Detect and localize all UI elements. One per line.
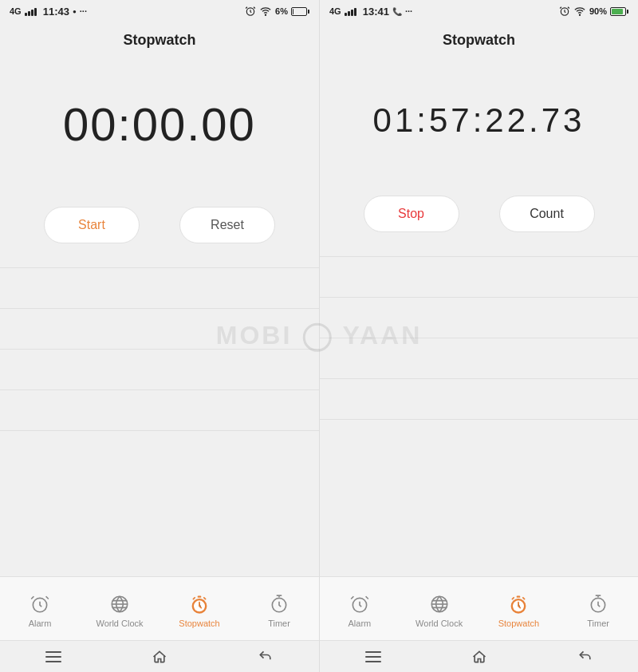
bar1r <box>345 13 347 16</box>
svg-rect-20 <box>365 656 381 658</box>
menu-button-left[interactable] <box>44 647 63 666</box>
nav-alarm-right[interactable]: Alarm <box>336 593 384 628</box>
wifi-icon-right <box>573 6 586 17</box>
title-bar-left: Stopwatch <box>0 22 319 57</box>
battery-percent-right: 90% <box>589 6 607 16</box>
nav-stopwatch-right[interactable]: Stopwatch <box>494 593 542 628</box>
bar1 <box>25 13 27 16</box>
battery-icon-right <box>610 7 628 16</box>
home-button-right[interactable] <box>470 647 489 666</box>
home-button-left[interactable] <box>150 647 169 666</box>
main-content-right: 01:57:22.73 Stop Count <box>320 57 638 576</box>
worldclock-nav-label-left: World Clock <box>96 619 143 628</box>
bar3 <box>31 10 33 16</box>
bottom-nav-right: Alarm World Clock <box>320 576 638 640</box>
alarm-nav-icon-right <box>349 593 371 615</box>
timer-nav-label-left: Timer <box>268 619 290 628</box>
reset-button[interactable]: Reset <box>179 207 275 243</box>
globe-nav-icon-left <box>108 593 131 615</box>
back-button-left[interactable] <box>256 647 275 666</box>
time-right: 13:41 <box>363 6 389 18</box>
signal-bars-left <box>25 6 37 16</box>
svg-rect-21 <box>365 661 381 662</box>
status-bar-right: 4G 13:41 📞 ··· 90% <box>320 0 638 22</box>
alarm-nav-label-right: Alarm <box>349 619 372 628</box>
timer-nav-label-right: Timer <box>587 619 609 628</box>
svg-rect-9 <box>45 656 61 658</box>
nav-timer-left[interactable]: Timer <box>255 593 303 628</box>
list-item-left-4 <box>0 390 319 430</box>
carrier-left: 4G <box>10 6 22 16</box>
nav-timer-right[interactable]: Timer <box>574 593 622 628</box>
bar2 <box>28 11 30 16</box>
battery-tip-right <box>627 10 628 14</box>
worldclock-nav-label-right: World Clock <box>415 619 463 628</box>
bar4 <box>34 8 37 16</box>
timer-nav-icon-right <box>587 593 609 615</box>
time-left: 11:43 <box>43 6 69 18</box>
status-right-right: 90% <box>559 6 628 17</box>
svg-rect-8 <box>45 651 61 653</box>
bar4r <box>354 8 356 16</box>
svg-rect-6 <box>198 595 202 597</box>
title-bar-right: Stopwatch <box>320 22 638 57</box>
nav-stopwatch-left[interactable]: Stopwatch <box>175 593 223 628</box>
signal-bars-right <box>345 6 356 16</box>
nav-alarm-left[interactable]: Alarm <box>16 593 64 628</box>
start-button[interactable]: Start <box>44 207 140 243</box>
list-item-left-2 <box>0 309 319 349</box>
more-left: ··· <box>80 6 87 16</box>
stopwatch-nav-label-right: Stopwatch <box>498 619 539 628</box>
battery-percent-left: 6% <box>275 6 288 16</box>
stopwatch-nav-icon-right <box>507 593 530 615</box>
phone-icon-right: 📞 <box>392 7 402 16</box>
main-content-left: 00:00.00 Start Reset <box>0 57 319 576</box>
panel-left: 4G 11:43 ● ··· <box>0 0 319 672</box>
list-item-left-1 <box>0 268 319 308</box>
timer-nav-icon-left <box>268 593 290 615</box>
back-button-right[interactable] <box>576 647 595 666</box>
alarm-nav-icon-left <box>29 593 51 615</box>
svg-point-12 <box>579 14 580 15</box>
divider-right-5 <box>320 419 638 420</box>
nav-bar-left <box>0 640 319 672</box>
svg-rect-10 <box>45 661 61 662</box>
status-left: 4G 11:43 ● ··· <box>10 6 87 18</box>
wifi-icon-left <box>259 6 272 17</box>
list-item-right-1 <box>320 257 638 297</box>
globe-nav-icon-right <box>428 593 451 615</box>
battery-icon-left <box>291 7 309 16</box>
nav-worldclock-right[interactable]: World Clock <box>415 593 463 628</box>
stop-button[interactable]: Stop <box>364 196 459 232</box>
list-area-left <box>0 267 319 576</box>
stopwatch-nav-label-left: Stopwatch <box>179 619 219 628</box>
list-item-right-4 <box>320 379 638 419</box>
timer-display-left: 00:00.00 <box>63 97 256 151</box>
buttons-row-right: Stop Count <box>364 196 595 232</box>
timer-display-right: 01:57:22.73 <box>373 101 585 140</box>
status-left-right: 4G 13:41 📞 ··· <box>329 6 412 18</box>
alarm-icon-right <box>559 6 570 17</box>
nav-bar-right <box>320 640 638 672</box>
list-area-right <box>320 256 638 576</box>
battery-fill-left <box>293 9 293 14</box>
bottom-nav-left: Alarm World Clock <box>0 576 319 640</box>
divider-left-5 <box>0 430 319 431</box>
bar3r <box>351 10 353 16</box>
more-right: ··· <box>405 6 412 16</box>
svg-point-1 <box>266 14 266 15</box>
svg-rect-19 <box>365 651 381 653</box>
status-right-left: 6% <box>245 6 309 17</box>
title-left: Stopwatch <box>123 32 195 49</box>
carrier-right: 4G <box>329 6 341 16</box>
list-item-right-2 <box>320 298 638 338</box>
menu-button-right[interactable] <box>364 647 383 666</box>
title-right: Stopwatch <box>443 32 515 49</box>
svg-rect-17 <box>517 595 521 597</box>
stopwatch-nav-icon-left <box>188 593 211 615</box>
nav-worldclock-left[interactable]: World Clock <box>96 593 144 628</box>
count-button[interactable]: Count <box>499 196 595 232</box>
alarm-icon-left <box>245 6 256 17</box>
battery-tip-left <box>308 10 309 14</box>
bar2r <box>348 11 350 16</box>
